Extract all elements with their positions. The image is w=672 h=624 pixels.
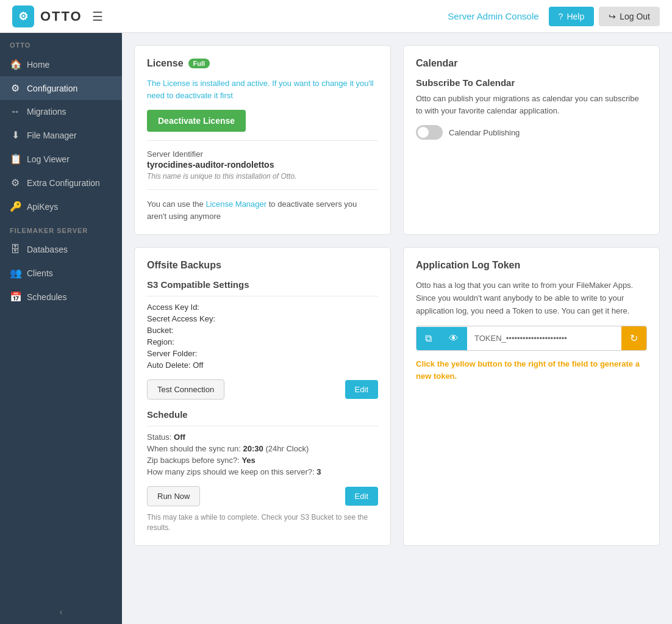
calendar-description: Otto can publish your migrations as cale… bbox=[416, 93, 647, 117]
run-now-button[interactable]: Run Now bbox=[147, 486, 200, 506]
sidebar-item-extra-configuration-label: Extra Configuration bbox=[27, 178, 100, 188]
license-manager-link[interactable]: License Manager bbox=[206, 199, 266, 209]
main-content: License Full The License is installed an… bbox=[122, 33, 672, 624]
zip-field: Zip backups before sync?: Yes bbox=[147, 456, 378, 465]
server-identifier-label: Server Identifier bbox=[147, 149, 378, 159]
server-admin-link[interactable]: Server Admin Console bbox=[448, 11, 538, 21]
sidebar-item-file-manager-label: File Manager bbox=[27, 131, 77, 140]
sidebar-item-databases-label: Databases bbox=[27, 245, 68, 254]
status-field: Status: Off bbox=[147, 432, 378, 442]
sidebar-item-schedules[interactable]: 📅 Schedules bbox=[0, 285, 122, 309]
server-identifier-value: tyrocidines-auditor-rondolettos bbox=[147, 160, 378, 170]
logout-icon: ↪ bbox=[609, 12, 616, 21]
databases-icon: 🗄 bbox=[10, 244, 21, 255]
bucket-field: Bucket: bbox=[147, 326, 378, 335]
logo: ⚙ OTTO bbox=[12, 5, 82, 27]
license-badge: Full bbox=[188, 59, 210, 68]
edit-s3-button[interactable]: Edit bbox=[345, 380, 378, 399]
logo-icon: ⚙ bbox=[12, 5, 34, 27]
sidebar-item-configuration-label: Configuration bbox=[27, 84, 77, 93]
help-label: Help bbox=[567, 12, 584, 21]
logout-button[interactable]: ↪ Log Out bbox=[599, 7, 660, 26]
sync-time-value: 20:30 bbox=[243, 444, 263, 453]
topbar: ⚙ OTTO ☰ Server Admin Console ? Help ↪ L… bbox=[0, 0, 672, 33]
apikeys-icon: 🔑 bbox=[10, 201, 21, 212]
sidebar-item-clients[interactable]: 👥 Clients bbox=[0, 261, 122, 285]
schedules-icon: 📅 bbox=[10, 291, 21, 303]
test-connection-button[interactable]: Test Connection bbox=[147, 379, 224, 400]
s3-title: S3 Compatible Settings bbox=[147, 279, 378, 290]
file-manager-icon: ⬇ bbox=[10, 129, 21, 141]
license-card-title: License Full bbox=[147, 58, 378, 69]
layout: OTTO 🏠 Home ⚙ Configuration ↔ Migrations… bbox=[0, 33, 672, 624]
logout-label: Log Out bbox=[620, 12, 650, 21]
schedule-title: Schedule bbox=[147, 409, 378, 420]
token-view-button[interactable]: 👁 bbox=[440, 327, 467, 350]
auto-delete-field: Auto Delete: Off bbox=[147, 360, 378, 370]
log-token-description: Otto has a log that you can write to fro… bbox=[416, 279, 647, 317]
sidebar: OTTO 🏠 Home ⚙ Configuration ↔ Migrations… bbox=[0, 33, 122, 624]
sidebar-item-home[interactable]: 🏠 Home bbox=[0, 52, 122, 76]
clients-icon: 👥 bbox=[10, 267, 21, 279]
token-hint-yellow: yellow bbox=[451, 359, 476, 368]
license-card: License Full The License is installed an… bbox=[134, 45, 391, 235]
hamburger-icon[interactable]: ☰ bbox=[92, 9, 103, 24]
sidebar-item-extra-configuration[interactable]: ⚙ Extra Configuration bbox=[0, 171, 122, 195]
schedule-note: This may take a while to complete. Check… bbox=[147, 512, 378, 533]
token-input-row: ⧉ 👁 ↻ bbox=[416, 326, 647, 351]
token-copy-button[interactable]: ⧉ bbox=[416, 327, 440, 350]
server-folder-field: Server Folder: bbox=[147, 349, 378, 358]
region-field: Region: bbox=[147, 337, 378, 346]
sync-time-format: (24hr Clock) bbox=[265, 444, 309, 453]
sidebar-item-clients-label: Clients bbox=[27, 268, 53, 278]
calendar-card-title: Calendar bbox=[416, 58, 647, 69]
sidebar-item-databases[interactable]: 🗄 Databases bbox=[0, 238, 122, 261]
schedule-button-row: Run Now Edit bbox=[147, 486, 378, 506]
sync-time-field: When should the sync run: 20:30 (24hr Cl… bbox=[147, 444, 378, 453]
access-key-field: Access Key Id: bbox=[147, 303, 378, 312]
sidebar-item-apikeys-label: ApiKeys bbox=[27, 202, 58, 212]
sidebar-collapse-button[interactable]: ‹ bbox=[0, 600, 122, 624]
s3-button-row: Test Connection Edit bbox=[147, 379, 378, 400]
offsite-backups-card: Offsite Backups S3 Compatible Settings A… bbox=[134, 247, 391, 546]
zip-value: Yes bbox=[241, 456, 255, 465]
extra-config-icon: ⚙ bbox=[10, 177, 21, 188]
configuration-icon: ⚙ bbox=[10, 82, 21, 94]
secret-key-field: Secret Access Key: bbox=[147, 314, 378, 323]
edit-schedule-button[interactable]: Edit bbox=[345, 487, 378, 506]
auto-delete-value: Off bbox=[193, 360, 203, 370]
calendar-publishing-toggle-row: Calendar Publishing bbox=[416, 125, 647, 140]
server-identifier-note: This name is unique to this installation… bbox=[147, 172, 378, 181]
deactivate-license-button[interactable]: Deactivate License bbox=[147, 110, 246, 132]
sidebar-item-configuration[interactable]: ⚙ Configuration bbox=[0, 76, 122, 100]
collapse-icon: ‹ bbox=[60, 607, 63, 617]
view-icon: 👁 bbox=[449, 333, 459, 343]
license-manager-text: You can use the License Manager to deact… bbox=[147, 198, 378, 222]
help-button[interactable]: ? Help bbox=[549, 7, 595, 26]
toggle-label: Calendar Publishing bbox=[449, 128, 520, 137]
log-viewer-icon: 📋 bbox=[10, 153, 21, 165]
refresh-icon: ↻ bbox=[630, 333, 638, 343]
calendar-publishing-toggle[interactable] bbox=[416, 125, 443, 140]
offsite-backups-title: Offsite Backups bbox=[147, 260, 378, 271]
help-icon: ? bbox=[559, 12, 563, 21]
sidebar-item-apikeys[interactable]: 🔑 ApiKeys bbox=[0, 195, 122, 218]
filemaker-section-label: FILEMAKER SERVER bbox=[0, 218, 122, 238]
home-icon: 🏠 bbox=[10, 59, 21, 70]
sidebar-item-schedules-label: Schedules bbox=[27, 292, 66, 302]
token-field[interactable] bbox=[467, 329, 621, 348]
sidebar-item-file-manager[interactable]: ⬇ File Manager bbox=[0, 123, 122, 147]
sidebar-item-home-label: Home bbox=[27, 60, 49, 70]
logo-text: OTTO bbox=[40, 9, 82, 24]
app-log-token-title: Application Log Token bbox=[416, 260, 647, 271]
app-log-token-card: Application Log Token Otto has a log tha… bbox=[403, 247, 660, 546]
sidebar-item-log-viewer-label: Log Viewer bbox=[27, 154, 70, 164]
zips-keep-field: How many zips should we keep on this ser… bbox=[147, 467, 378, 476]
sidebar-item-log-viewer[interactable]: 📋 Log Viewer bbox=[0, 147, 122, 171]
toggle-slider bbox=[416, 125, 443, 140]
zips-keep-value: 3 bbox=[316, 467, 321, 476]
calendar-sub-title: Subscribe To Calendar bbox=[416, 77, 647, 88]
sidebar-item-migrations[interactable]: ↔ Migrations bbox=[0, 100, 122, 123]
token-refresh-button[interactable]: ↻ bbox=[621, 326, 646, 350]
migrations-icon: ↔ bbox=[10, 106, 21, 117]
